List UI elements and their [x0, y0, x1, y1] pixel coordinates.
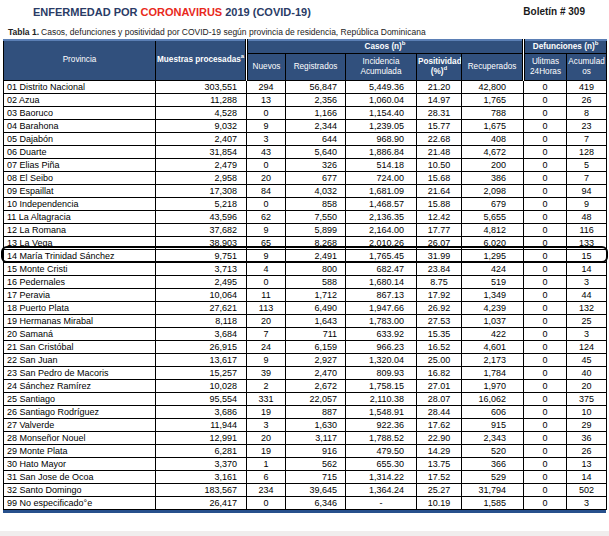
acumulados-cell: 9 — [567, 197, 607, 210]
nuevos-cell: 0 — [247, 197, 286, 210]
muestras-procesadas-cell: 95,554 — [156, 392, 247, 405]
recuperados-cell: 1,349 — [462, 288, 524, 301]
ultimas-24horas-cell: 0 — [524, 444, 567, 457]
acumulados-cell: 3 — [567, 327, 607, 340]
muestras-procesadas-cell: 3,684 — [156, 327, 247, 340]
table-row: 29 Monte Plata6,28119916479.5014.2952002… — [4, 444, 607, 457]
acumulados-cell: 375 — [567, 392, 607, 405]
positividad-label: Positividad (%) — [418, 57, 462, 76]
acumulados-cell: 44 — [567, 288, 607, 301]
nuevos-cell: 39 — [247, 366, 286, 379]
nuevos-cell: 9 — [247, 249, 286, 262]
nuevos-cell: 84 — [247, 184, 286, 197]
recuperados-cell: 788 — [462, 106, 524, 119]
ultimas-24horas-cell: 0 — [524, 288, 567, 301]
nuevos-cell: 9 — [247, 119, 286, 132]
acumulados-cell: 3 — [567, 275, 607, 288]
nuevos-cell: 0 — [247, 158, 286, 171]
acumulados-cell: 8 — [567, 106, 607, 119]
muestras-procesadas-cell: 5,218 — [156, 197, 247, 210]
positividad-cell: 14.29 — [417, 444, 462, 457]
recuperados-cell: 1,585 — [462, 496, 524, 509]
recuperados-cell: 386 — [462, 171, 524, 184]
incidencia-acumulada-cell: 1,680.14 — [346, 275, 417, 288]
nuevos-cell: 9 — [247, 223, 286, 236]
nuevos-cell: 6 — [247, 470, 286, 483]
acumulados-cell: 40 — [567, 366, 607, 379]
ultimas-24horas-cell: 0 — [524, 158, 567, 171]
table-row: 25 Santiago95,55433122,0572,110.3828.071… — [4, 392, 607, 405]
col-header-positividad: Positividad (%)d — [417, 53, 462, 80]
positividad-cell: 15.35 — [417, 327, 462, 340]
table-caption: Tabla 1.Casos, defunciones y positividad… — [8, 27, 609, 37]
registrados-cell: 6,490 — [286, 301, 346, 314]
nuevos-cell: 62 — [247, 210, 286, 223]
positividad-cell: 25.00 — [417, 353, 462, 366]
muestras-procesadas-cell: 37,682 — [156, 223, 247, 236]
nuevos-cell: 1 — [247, 457, 286, 470]
muestras-procesadas-cell: 8,118 — [156, 314, 247, 327]
ultimas-24horas-cell: 0 — [524, 132, 567, 145]
ultimas-24horas-cell: 0 — [524, 340, 567, 353]
nuevos-cell: 9 — [247, 353, 286, 366]
recuperados-cell: 1,037 — [462, 314, 524, 327]
positividad-cell: 31.99 — [417, 249, 462, 262]
positividad-cell: 13.75 — [417, 457, 462, 470]
ultimas-24horas-cell: 0 — [524, 418, 567, 431]
nuevos-cell: 20 — [247, 314, 286, 327]
acumulados-cell: 48 — [567, 210, 607, 223]
positividad-cell: 26.07 — [417, 236, 462, 249]
incidencia-acumulada-cell: 682.47 — [346, 262, 417, 275]
nuevos-cell: 0 — [247, 275, 286, 288]
incidencia-acumulada-cell: 809.93 — [346, 366, 417, 379]
table-header: Provincia Muestras procesadasa Casos (n)… — [4, 40, 607, 80]
table-row: 19 Hermanas Mirabal8,118201,6431,783.002… — [4, 314, 607, 327]
province-cell: 12 La Romana — [4, 223, 156, 236]
nuevos-cell: 24 — [247, 340, 286, 353]
incidencia-acumulada-cell: 1,548.91 — [346, 405, 417, 418]
nuevos-cell: 11 — [247, 288, 286, 301]
incidencia-acumulada-cell: 1,314.22 — [346, 470, 417, 483]
muestras-procesadas-cell: 17,308 — [156, 184, 247, 197]
recuperados-cell: 915 — [462, 418, 524, 431]
registrados-cell: 2,491 — [286, 249, 346, 262]
recuperados-cell: 1,675 — [462, 119, 524, 132]
nuevos-cell: 294 — [247, 80, 286, 93]
positividad-cell: 14.97 — [417, 93, 462, 106]
province-cell: 26 Santiago Rodríguez — [4, 405, 156, 418]
incidencia-acumulada-cell: 1,758.15 — [346, 379, 417, 392]
col-group-casos: Casos (n)b — [247, 40, 524, 53]
recuperados-cell: 679 — [462, 197, 524, 210]
incidencia-acumulada-cell: 1,788.52 — [346, 431, 417, 444]
registrados-cell: 1,630 — [286, 418, 346, 431]
table-row: 01 Distrito Nacional303,55129456,8475,44… — [4, 80, 607, 93]
col-header-incidencia: Incidencia Acumulada — [346, 53, 417, 80]
recuperados-cell: 424 — [462, 262, 524, 275]
recuperados-cell: 1,970 — [462, 379, 524, 392]
recuperados-cell: 1,784 — [462, 366, 524, 379]
ultimas-24horas-cell: 0 — [524, 379, 567, 392]
acumulados-cell: 26 — [567, 444, 607, 457]
acumulados-cell: 20 — [567, 379, 607, 392]
table-row: 22 San Juan13,61792,9271,320.0425.002,17… — [4, 353, 607, 366]
ultimas-24horas-cell: 0 — [524, 483, 567, 496]
positividad-cell: 17.92 — [417, 288, 462, 301]
table-wrap: Provincia Muestras procesadasa Casos (n)… — [3, 39, 606, 513]
muestras-procesadas-cell: 11,944 — [156, 418, 247, 431]
table-body: 01 Distrito Nacional303,55129456,8475,44… — [4, 80, 607, 509]
acumulados-cell: 15 — [567, 249, 607, 262]
title-prefix: ENFERMEDAD POR — [33, 6, 138, 18]
positividad-cell: 10.50 — [417, 158, 462, 171]
province-cell: 22 San Juan — [4, 353, 156, 366]
acumulados-cell: 45 — [567, 353, 607, 366]
bulletin-page: ENFERMEDAD PORCORONAVIRUS2019 (COVID-19)… — [0, 0, 609, 513]
ultimas-24horas-cell: 0 — [524, 405, 567, 418]
table-row: 32 Santo Domingo183,56723439,6451,364.24… — [4, 483, 607, 496]
incidencia-acumulada-cell: 922.36 — [346, 418, 417, 431]
positividad-cell: 28.44 — [417, 405, 462, 418]
recuperados-cell: 4,812 — [462, 223, 524, 236]
province-cell: 29 Monte Plata — [4, 444, 156, 457]
recuperados-cell: 519 — [462, 275, 524, 288]
recuperados-cell: 5,655 — [462, 210, 524, 223]
incidencia-acumulada-cell: 1,154.40 — [346, 106, 417, 119]
